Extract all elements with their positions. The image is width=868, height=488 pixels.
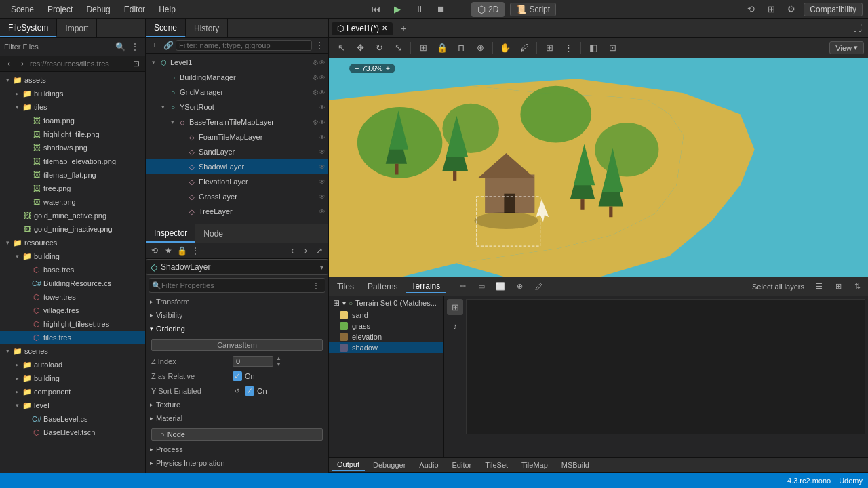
tree-item-water[interactable]: 🖼 water.png bbox=[0, 195, 145, 209]
section-texture[interactable]: ▸ Texture bbox=[149, 399, 326, 411]
spin-down[interactable]: ▼ bbox=[276, 361, 281, 367]
mode-script[interactable]: 📜 Script bbox=[510, 3, 556, 16]
tree-item-component[interactable]: ▸ 📁 component bbox=[0, 385, 145, 399]
tree-item-baselevel-cs[interactable]: C# BaseLevel.cs bbox=[0, 412, 145, 426]
eye-bt[interactable]: ⚙ bbox=[313, 119, 319, 126]
tree-item-highlight-tile[interactable]: 🖼 highlight_tile.png bbox=[0, 127, 145, 141]
section-transform[interactable]: ▸ Transform bbox=[149, 296, 326, 308]
lock-gm[interactable]: 👁 bbox=[319, 89, 326, 96]
tree-item-tower[interactable]: ⬡ tower.tres bbox=[0, 290, 145, 304]
terrain-item-grass[interactable]: grass bbox=[329, 321, 443, 331]
game-view[interactable]: − 73.6% + bbox=[329, 58, 868, 277]
next-btn[interactable]: › bbox=[300, 245, 312, 257]
grid-tool[interactable]: ⊞ bbox=[541, 40, 557, 56]
eye-gm[interactable]: ⚙ bbox=[313, 89, 319, 96]
compat-button[interactable]: Compatibility bbox=[804, 3, 863, 16]
menu-debug[interactable]: Debug bbox=[81, 3, 115, 16]
eye-bm[interactable]: ⚙ bbox=[313, 74, 319, 81]
terrain-item-elevation[interactable]: elevation bbox=[329, 331, 443, 342]
tab-patterns[interactable]: Patterns bbox=[362, 281, 403, 293]
filter-properties-input[interactable] bbox=[161, 281, 310, 289]
menu-scene[interactable]: Scene bbox=[5, 3, 39, 16]
files-options-btn[interactable]: ⋮ bbox=[129, 41, 141, 53]
paint-tool[interactable]: 🖊 bbox=[516, 40, 532, 56]
tree-item-tree-png[interactable]: 🖼 tree.png bbox=[0, 182, 145, 195]
tree-item-tilemap-elevation[interactable]: 🖼 tilemap_elevation.png bbox=[0, 155, 145, 168]
terrain-item-shadow[interactable]: shadow bbox=[329, 342, 443, 353]
tab-terrains[interactable]: Terrains bbox=[406, 280, 446, 293]
terrain-grid-view[interactable]: ⊞ bbox=[447, 299, 463, 315]
select-tool[interactable]: ↖ bbox=[333, 40, 349, 56]
tile-paint-btn[interactable]: ◧ bbox=[585, 40, 601, 56]
list-view-btn[interactable]: ☰ bbox=[811, 279, 827, 295]
scene-item-shadow[interactable]: ◇ ShadowLayer 👁 bbox=[146, 159, 328, 174]
eye-foam[interactable]: 👁 bbox=[319, 134, 326, 141]
path-options-btn[interactable]: ⊡ bbox=[130, 58, 142, 70]
rotate-tool[interactable]: ↻ bbox=[371, 40, 387, 56]
terrain-pick-btn[interactable]: ⊕ bbox=[511, 279, 528, 295]
tree-item-resources[interactable]: ▾ 📁 resources bbox=[0, 236, 145, 249]
scene-item-level1[interactable]: ▾ ⬡ Level1 ⚙ 👁 bbox=[146, 55, 328, 70]
scene-item-base[interactable]: ○ Base ⚙ 👁 bbox=[146, 219, 328, 224]
pan-tool[interactable]: ✋ bbox=[497, 40, 513, 56]
scene-item-baseterrain[interactable]: ▾ ◇ BaseTerrainTileMapLayer ⚙ 👁 bbox=[146, 115, 328, 129]
eye-shadow[interactable]: 👁 bbox=[319, 163, 326, 171]
terrain-set-0[interactable]: ⊞ ▾ ○ Terrain Set 0 (Matches... bbox=[329, 296, 443, 310]
tab-audio[interactable]: Audio bbox=[414, 460, 443, 470]
scene-item-ysort[interactable]: ▾ ○ YSortRoot 👁 bbox=[146, 100, 328, 115]
tab-output[interactable]: Output bbox=[332, 459, 365, 471]
zoom-plus[interactable]: + bbox=[386, 64, 390, 73]
tree-item-scenes[interactable]: ▾ 📁 scenes bbox=[0, 344, 145, 358]
pause-btn[interactable]: ⏸ bbox=[411, 1, 427, 18]
scene-item-gm[interactable]: ○ GridManager ⚙ 👁 bbox=[146, 85, 328, 100]
scene-item-elevation[interactable]: ◇ ElevationLayer 👁 bbox=[146, 174, 328, 189]
eye-level1[interactable]: ⚙ bbox=[313, 59, 319, 66]
tree-item-assets[interactable]: ▾ 📁 assets bbox=[0, 73, 145, 87]
scale-tool[interactable]: ⤡ bbox=[390, 40, 406, 56]
section-process[interactable]: ▸ Process bbox=[149, 443, 326, 455]
history-back-btn[interactable]: ⟲ bbox=[149, 245, 161, 257]
tree-item-gold-active[interactable]: 🖼 gold_mine_active.png bbox=[0, 209, 145, 222]
lock-btn[interactable]: 🔒 bbox=[176, 245, 188, 257]
section-ordering[interactable]: ▾ Ordering bbox=[149, 323, 326, 335]
rewind-btn[interactable]: ⏮ bbox=[368, 1, 384, 18]
inspector-node-name[interactable]: ◇ ShadowLayer ▾ bbox=[146, 259, 328, 275]
tree-item-baselevel-tscn[interactable]: ⬡ Basel.level.tscn bbox=[0, 426, 145, 439]
select-all-layers-btn[interactable]: Select all layers bbox=[748, 281, 808, 292]
tree-item-autoload[interactable]: ▸ 📁 autoload bbox=[0, 358, 145, 371]
group-tool[interactable]: ⊓ bbox=[453, 40, 469, 56]
scene-item-foam[interactable]: ◇ FoamTileMapLayer 👁 bbox=[146, 129, 328, 144]
scene-options-btn[interactable]: ⋮ bbox=[313, 39, 326, 52]
terrain-rect-btn[interactable]: ▭ bbox=[473, 279, 490, 295]
add-tab-btn[interactable]: + bbox=[395, 20, 412, 37]
settings-btn[interactable]: ⚙ bbox=[783, 1, 800, 18]
grid-view-btn[interactable]: ⊞ bbox=[830, 279, 846, 295]
layout-btn[interactable]: ⊞ bbox=[763, 1, 779, 18]
tree-item-gold-inactive[interactable]: 🖼 gold_mine_inactive.png bbox=[0, 222, 145, 236]
tab-msbuild[interactable]: MSBuild bbox=[556, 460, 595, 470]
tree-item-tiles-tres[interactable]: ⬡ tiles.tres bbox=[0, 331, 145, 344]
zrelative-checkbox[interactable]: ✓ bbox=[233, 371, 242, 381]
tree-item-buildings[interactable]: ▸ 📁 buildings bbox=[0, 87, 145, 100]
stop-btn[interactable]: ⏹ bbox=[433, 1, 449, 18]
tree-item-building-resource[interactable]: C# BuildingResource.cs bbox=[0, 277, 145, 290]
mode-2d[interactable]: ⬡ 2D bbox=[471, 2, 505, 17]
tab-editor[interactable]: Editor bbox=[447, 460, 477, 470]
sort-btn[interactable]: ⇅ bbox=[849, 279, 865, 295]
tab-tilemap[interactable]: TileMap bbox=[516, 460, 553, 470]
zoom-minus[interactable]: − bbox=[355, 64, 359, 73]
external-btn[interactable]: ↗ bbox=[313, 245, 326, 257]
eye-treelayer[interactable]: 👁 bbox=[319, 208, 326, 216]
scene-item-bm[interactable]: ○ BuildingManager ⚙ 👁 bbox=[146, 70, 328, 85]
filter-options[interactable]: ⋮ bbox=[310, 279, 322, 291]
tree-item-building-scene[interactable]: ▸ 📁 building bbox=[0, 371, 145, 385]
section-visibility[interactable]: ▸ Visibility bbox=[149, 309, 326, 321]
tab-scene[interactable]: Scene bbox=[146, 19, 186, 37]
nav-fwd-btn[interactable]: › bbox=[16, 58, 28, 70]
menu-help[interactable]: Help bbox=[153, 3, 181, 16]
snap-tool[interactable]: ⊞ bbox=[415, 40, 431, 56]
tree-item-village[interactable]: ⬡ village.tres bbox=[0, 304, 145, 317]
spin-up[interactable]: ▲ bbox=[276, 355, 281, 361]
play-btn[interactable]: ▶ bbox=[389, 1, 406, 18]
terrain-paint-btn[interactable]: ✏ bbox=[454, 279, 471, 295]
